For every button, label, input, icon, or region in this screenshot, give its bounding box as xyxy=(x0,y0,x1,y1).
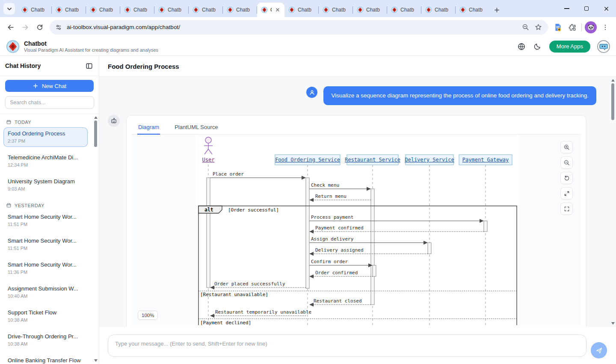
zoom-level-badge: 100% xyxy=(138,311,158,320)
chat-list-item[interactable]: Smart Home Security Wor... 11:51 PM xyxy=(3,211,88,230)
zoom-out-page-button[interactable] xyxy=(519,21,532,34)
search-chats-input[interactable] xyxy=(5,96,94,109)
chat-title: Smart Home Security Wor... xyxy=(8,214,83,220)
url-text[interactable]: ai-toolbox.visual-paradigm.com/app/chatb… xyxy=(67,24,519,30)
tab-title: Chatb xyxy=(400,7,417,13)
profile-button[interactable]: 🐼 xyxy=(583,20,598,35)
scroll-up-arrow[interactable] xyxy=(94,116,98,119)
message-input[interactable] xyxy=(108,335,586,357)
doc-download-extension-button[interactable] xyxy=(551,20,565,35)
back-button[interactable] xyxy=(3,20,18,35)
tab-title: Chatb xyxy=(298,7,314,13)
language-button[interactable] xyxy=(517,42,526,51)
participant-food-ordering-service[interactable]: Food Ordering Service xyxy=(275,157,340,163)
chat-scrollbar[interactable] xyxy=(611,78,615,326)
dark-mode-toggle[interactable] xyxy=(533,42,542,51)
message-label: Return menu xyxy=(315,194,346,199)
zoom-out-button[interactable] xyxy=(560,156,573,169)
browser-tab[interactable]: Chatb xyxy=(387,3,421,17)
chat-list-item[interactable]: Online Banking Transfer Flow xyxy=(3,354,88,364)
user-avatar xyxy=(306,87,317,98)
browser-tab[interactable]: Chatb xyxy=(86,3,120,17)
chatbot-avatar-button[interactable] xyxy=(597,40,610,53)
document-download-icon xyxy=(553,23,563,32)
message-label: Check menu xyxy=(311,182,339,188)
chat-list-item-active[interactable]: Food Ordering Process 2:37 PM xyxy=(3,127,88,147)
browser-tab[interactable]: Chatb xyxy=(120,3,154,17)
user-message-bubble: Visualize a sequence diagram representin… xyxy=(323,86,596,105)
tab-search-button[interactable] xyxy=(3,3,15,15)
site-info-icon[interactable] xyxy=(55,23,62,31)
scroll-up-arrow[interactable] xyxy=(611,79,615,82)
reset-view-button[interactable] xyxy=(560,172,573,184)
reload-button[interactable] xyxy=(33,20,47,35)
chat-history-sidebar: Chat History New Chat TODAY Food Orderin… xyxy=(0,56,99,364)
address-bar[interactable]: ai-toolbox.visual-paradigm.com/app/chatb… xyxy=(50,20,548,35)
browser-tab[interactable]: Chatb xyxy=(353,3,387,17)
scroll-down-arrow[interactable] xyxy=(611,322,615,325)
chat-time: 11:36 PM xyxy=(8,270,83,275)
fit-to-screen-button[interactable] xyxy=(560,187,573,200)
puzzle-icon xyxy=(568,23,577,32)
tab-plantuml-source[interactable]: PlantUML Source xyxy=(174,120,219,134)
scrollbar-thumb[interactable] xyxy=(94,120,97,147)
window-maximize-button[interactable] xyxy=(577,0,596,17)
browser-tab[interactable]: Chatb xyxy=(154,3,188,17)
bookmark-button[interactable] xyxy=(532,21,545,34)
close-icon xyxy=(275,7,280,12)
fullscreen-button[interactable] xyxy=(560,203,573,215)
window-close-button[interactable] xyxy=(596,0,616,17)
more-apps-button[interactable]: More Apps xyxy=(549,41,590,53)
window-controls xyxy=(557,0,616,17)
chat-list-item[interactable]: Drive-Through Ordering Pr... 10:38 AM xyxy=(3,330,88,350)
chat-list-item[interactable]: Smart Home Security Wor... 11:51 PM xyxy=(3,235,88,254)
participant-restaurant-service[interactable]: Restaurant Service xyxy=(345,157,400,163)
fragment-operator: alt xyxy=(204,207,213,213)
visual-paradigm-favicon xyxy=(192,6,199,13)
extensions-button[interactable] xyxy=(565,20,580,35)
browser-tab[interactable]: Chatb xyxy=(284,3,318,17)
visual-paradigm-favicon xyxy=(56,6,62,13)
chat-list-item[interactable]: Smart Home Security Wor... 11:36 PM xyxy=(3,258,88,278)
browser-tab[interactable]: Chatb xyxy=(223,3,257,17)
new-tab-button[interactable] xyxy=(491,4,502,15)
browser-tab-active[interactable]: C xyxy=(257,3,284,17)
participant-delivery-service[interactable]: Delivery Service xyxy=(405,157,454,163)
scroll-down-arrow[interactable] xyxy=(94,359,98,362)
send-button[interactable] xyxy=(591,342,607,358)
kebab-menu-icon xyxy=(601,23,609,31)
zoom-in-button[interactable] xyxy=(560,141,573,153)
sidebar-collapse-button[interactable] xyxy=(84,61,94,70)
tab-diagram[interactable]: Diagram xyxy=(137,120,160,134)
browser-tab[interactable]: Chatb xyxy=(189,3,222,17)
diagram-viewport[interactable]: User Food Ordering Service Restaurant Se… xyxy=(132,135,581,325)
chat-list-item[interactable]: University System Diagram 9:03 AM xyxy=(3,175,88,195)
panel-toggle-icon xyxy=(85,62,93,70)
chat-group-header: YESTERDAY xyxy=(0,199,99,211)
sidebar-scrollbar[interactable] xyxy=(94,115,98,363)
forward-button[interactable] xyxy=(18,20,33,35)
visual-paradigm-favicon xyxy=(323,6,329,13)
diagram-card-tabs: Diagram PlantUML Source xyxy=(132,120,581,135)
browser-tab[interactable]: Chatb xyxy=(456,3,489,17)
new-chat-button[interactable]: New Chat xyxy=(5,80,94,92)
zoom-in-icon xyxy=(563,144,570,151)
window-minimize-button[interactable] xyxy=(557,0,577,17)
browser-tab[interactable]: Chatb xyxy=(52,3,86,17)
chat-list-item[interactable]: Telemedicine ArchiMate Di... 12:34 PM xyxy=(3,151,88,171)
diagram-toolbar xyxy=(560,141,573,215)
participant-payment-gateway[interactable]: Payment Gateway xyxy=(462,157,509,163)
message-label: Payment confirmed xyxy=(315,225,364,231)
browser-tab[interactable]: Chatb xyxy=(18,3,51,17)
browser-tab[interactable]: Chatb xyxy=(421,3,455,17)
chat-list-item[interactable]: Assignment Submission W... 10:40 AM xyxy=(3,282,88,302)
browser-menu-button[interactable] xyxy=(598,20,613,35)
maximize-icon xyxy=(584,6,589,11)
message-label: Order placed successfully xyxy=(214,281,285,287)
actor-label[interactable]: User xyxy=(202,157,215,163)
chat-list-item[interactable]: Support Ticket Flow 10:38 AM xyxy=(3,306,88,326)
tab-close-button[interactable] xyxy=(274,7,281,13)
visual-paradigm-favicon xyxy=(357,6,364,13)
browser-tab[interactable]: Chatb xyxy=(319,3,352,17)
scrollbar-thumb[interactable] xyxy=(611,83,614,120)
